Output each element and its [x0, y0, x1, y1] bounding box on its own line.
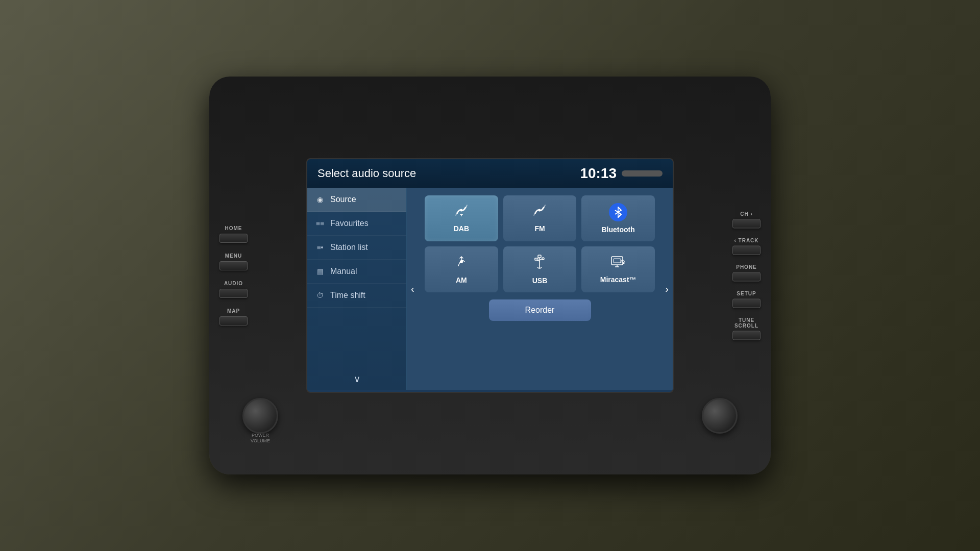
station-list-icon: ≡• — [315, 243, 325, 252]
dab-icon — [453, 204, 470, 220]
am-label: AM — [456, 276, 467, 284]
audio-button-group: AUDIO — [219, 281, 248, 298]
tune-scroll-label: TUNESCROLL — [734, 317, 758, 329]
power-volume-label: POWERVOLUME — [240, 433, 281, 444]
dab-label: DAB — [454, 224, 469, 233]
svg-rect-13 — [614, 259, 621, 263]
source-grid-row1: DAB FM — [414, 195, 665, 241]
svg-rect-5 — [538, 255, 541, 258]
menu-button-group: MENU — [219, 253, 248, 270]
map-button-group: MAP — [219, 308, 248, 325]
setup-button[interactable] — [732, 299, 761, 308]
tune-scroll-button[interactable] — [732, 331, 761, 340]
screen-header: Select audio source 10:13 — [307, 159, 673, 188]
reorder-row: Reorder — [414, 297, 665, 321]
usb-icon — [532, 254, 547, 272]
source-button-usb[interactable]: USB — [503, 246, 577, 292]
menu-time-shift-label: Time shift — [330, 291, 365, 300]
phone-button[interactable] — [732, 272, 761, 282]
am-icon — [454, 255, 469, 272]
svg-point-16 — [623, 263, 625, 264]
source-button-fm[interactable]: FM — [503, 195, 577, 241]
track-label: ‹ TRACK — [734, 238, 758, 243]
nav-left-icon: ‹ — [411, 283, 414, 294]
tune-scroll-knob[interactable] — [702, 398, 738, 434]
screen-content: ◉ Source ≡≡ Favourites ≡• Station list ▤… — [307, 188, 673, 390]
menu-button[interactable] — [219, 261, 248, 270]
left-button-panel: HOME MENU AUDIO MAP — [219, 226, 248, 325]
source-button-am[interactable]: AM — [425, 246, 498, 292]
track-button-group: ‹ TRACK — [732, 238, 761, 255]
phone-label: PHONE — [736, 264, 757, 270]
svg-point-0 — [460, 209, 462, 212]
tune-scroll-button-group: TUNESCROLL — [732, 317, 761, 340]
audio-label: AUDIO — [224, 281, 243, 286]
favourites-icon: ≡≡ — [315, 219, 325, 228]
menu-item-favourites[interactable]: ≡≡ Favourites — [307, 212, 406, 236]
menu-source-label: Source — [330, 195, 356, 204]
menu-item-source[interactable]: ◉ Source — [307, 188, 406, 212]
ch-button-group: CH › — [732, 211, 761, 229]
car-unit: HOME MENU AUDIO MAP POWERVOLUME Select a… — [209, 77, 771, 474]
ch-button[interactable] — [732, 219, 761, 229]
signal-bar — [622, 170, 663, 177]
chevron-down-icon: ∨ — [354, 373, 360, 385]
svg-rect-10 — [535, 258, 538, 260]
home-label: HOME — [225, 226, 242, 231]
usb-label: USB — [532, 277, 548, 285]
menu-station-list-label: Station list — [330, 243, 368, 252]
menu-item-station-list[interactable]: ≡• Station list — [307, 236, 406, 260]
menu-more-button[interactable]: ∨ — [307, 368, 406, 390]
manual-icon: ▤ — [315, 267, 325, 276]
source-icon: ◉ — [315, 195, 325, 204]
power-volume-knob[interactable] — [242, 398, 278, 434]
map-label: MAP — [227, 308, 240, 314]
track-button[interactable] — [732, 246, 761, 255]
setup-label: SETUP — [737, 291, 756, 296]
menu-favourites-label: Favourites — [330, 219, 369, 228]
main-screen: Select audio source 10:13 ◉ Source ≡≡ Fa… — [306, 158, 674, 393]
audio-button[interactable] — [219, 289, 248, 298]
map-button[interactable] — [219, 316, 248, 325]
source-grid-area: ‹ › — [407, 188, 673, 390]
nav-right-icon: › — [665, 283, 669, 294]
menu-item-time-shift[interactable]: ⏱ Time shift — [307, 284, 406, 308]
grid-nav-right[interactable]: › — [665, 283, 669, 295]
home-button-group: HOME — [219, 226, 248, 243]
svg-point-1 — [538, 209, 541, 212]
source-button-miracast[interactable]: Miracast™ — [581, 246, 655, 292]
source-button-dab[interactable]: DAB — [425, 195, 498, 241]
ch-label: CH › — [740, 211, 753, 217]
grid-nav-left[interactable]: ‹ — [411, 283, 414, 295]
miracast-icon — [610, 255, 626, 271]
clock-bar: 10:13 — [580, 165, 663, 182]
menu-manual-label: Manual — [330, 267, 357, 276]
source-grid-row2: AM — [414, 246, 665, 292]
svg-line-3 — [615, 212, 618, 214]
menu-item-manual[interactable]: ▤ Manual — [307, 260, 406, 284]
home-button[interactable] — [219, 234, 248, 243]
source-button-bluetooth[interactable]: Bluetooth — [581, 195, 655, 241]
screen-title: Select audio source — [317, 167, 416, 180]
miracast-label: Miracast™ — [600, 276, 636, 284]
left-menu: ◉ Source ≡≡ Favourites ≡• Station list ▤… — [307, 188, 407, 390]
bluetooth-label: Bluetooth — [602, 226, 635, 234]
bluetooth-circle — [609, 203, 627, 221]
svg-point-8 — [542, 258, 544, 260]
phone-button-group: PHONE — [732, 264, 761, 282]
setup-button-group: SETUP — [732, 291, 761, 308]
reorder-button[interactable]: Reorder — [489, 299, 591, 321]
fm-icon — [531, 204, 548, 220]
time-shift-icon: ⏱ — [315, 291, 325, 299]
right-button-panel: CH › ‹ TRACK PHONE SETUP TUNESCROLL — [732, 211, 761, 340]
clock-display: 10:13 — [580, 165, 617, 182]
fm-label: FM — [534, 224, 545, 233]
menu-label: MENU — [225, 253, 242, 259]
